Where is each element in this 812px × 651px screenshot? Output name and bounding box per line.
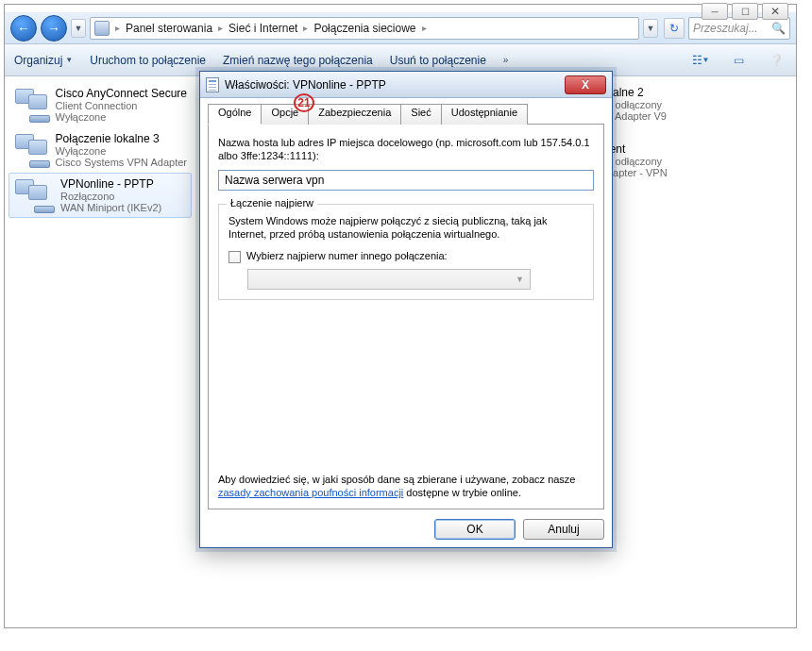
start-connection-button[interactable]: Uruchom to połączenie xyxy=(90,54,206,67)
chevron-right-icon: ▸ xyxy=(218,23,223,33)
connection-name: VPNonline - PPTP xyxy=(60,177,161,191)
tab-general[interactable]: Ogólne xyxy=(208,104,262,125)
tab-sharing[interactable]: Udostępnianie xyxy=(441,104,528,125)
privacy-link[interactable]: zasady zachowania poufności informacji xyxy=(218,487,403,498)
preview-pane-button[interactable]: ▭ xyxy=(728,50,749,71)
window-controls: ─ ☐ ✕ xyxy=(702,3,788,20)
ok-button[interactable]: OK xyxy=(434,519,516,540)
address-bar[interactable]: ▸ Panel sterowania ▸ Sieć i Internet ▸ P… xyxy=(90,17,639,40)
properties-dialog: Właściwości: VPNonline - PPTP X Ogólne O… xyxy=(199,71,613,548)
navigation-bar: ← → ▼ ▸ Panel sterowania ▸ Sieć i Intern… xyxy=(5,12,796,44)
forward-button[interactable]: → xyxy=(41,15,67,42)
address-dropdown-button[interactable]: ▼ xyxy=(643,19,658,38)
breadcrumb-item[interactable]: Połączenia sieciowe xyxy=(313,22,415,35)
dialog-buttons: OK Anuluj xyxy=(208,519,604,540)
host-label: Nazwa hosta lub adres IP miejsca docelow… xyxy=(218,136,594,162)
dialog-titlebar: Właściwości: VPNonline - PPTP X xyxy=(200,72,612,98)
recent-locations-button[interactable]: ▼ xyxy=(71,19,86,38)
minimize-button[interactable]: ─ xyxy=(702,3,728,20)
refresh-button[interactable]: ↻ xyxy=(664,18,685,39)
connection-status: Rozłączono xyxy=(60,191,161,202)
tab-security[interactable]: Zabezpieczenia xyxy=(308,104,401,125)
organize-menu[interactable]: Organizuj▼ xyxy=(14,54,73,67)
search-placeholder: Przeszukaj... xyxy=(693,22,758,35)
search-input[interactable]: Przeszukaj... 🔍 xyxy=(688,17,790,40)
close-button[interactable]: ✕ xyxy=(762,3,788,20)
change-view-button[interactable]: ☷ ▼ xyxy=(690,50,711,71)
connection-name: Cisco AnyConnect Secure xyxy=(56,87,187,100)
connection-device: dapter - VPN xyxy=(607,167,796,178)
back-button[interactable]: ← xyxy=(10,15,37,42)
dial-first-checkbox-label: Wybierz najpierw numer innego połączenia… xyxy=(246,250,448,261)
dialog-icon xyxy=(206,77,219,92)
connection-item[interactable]: kalne 2 y odłączony s Adapter V9 xyxy=(607,86,796,122)
step-marker: 21 xyxy=(294,93,314,112)
connection-name: Połączenie lokalne 3 xyxy=(56,132,187,145)
connection-item[interactable]: Połączenie lokalne 3 Wyłączone Cisco Sys… xyxy=(8,127,192,173)
connections-right-column: kalne 2 y odłączony s Adapter V9 ient y … xyxy=(607,76,796,627)
group-description: System Windows może najpierw połączyć z … xyxy=(228,214,584,241)
dial-first-group: Łączenie najpierw System Windows może na… xyxy=(218,204,594,300)
maximize-button[interactable]: ☐ xyxy=(732,3,758,20)
connection-status: Client Connection xyxy=(56,100,187,111)
connection-icon xyxy=(13,87,50,123)
host-input[interactable] xyxy=(218,170,594,191)
cancel-button[interactable]: Anuluj xyxy=(523,519,604,540)
connection-item[interactable]: VPNonline - PPTP Rozłączono WAN Miniport… xyxy=(8,173,192,218)
connection-status: Wyłączone xyxy=(56,145,187,157)
connection-icon xyxy=(13,177,55,213)
chevron-right-icon: ▸ xyxy=(303,23,308,33)
search-icon: 🔍 xyxy=(771,22,786,35)
connection-icon xyxy=(13,132,50,168)
explorer-window: ─ ☐ ✕ ← → ▼ ▸ Panel sterowania ▸ Sieć i … xyxy=(4,4,797,628)
connection-status: y odłączony xyxy=(607,99,796,110)
dialog-title: Właściwości: VPNonline - PPTP xyxy=(225,78,386,92)
dial-first-checkbox[interactable] xyxy=(228,251,241,263)
connection-device: WAN Miniport (IKEv2) xyxy=(60,202,161,213)
connection-device: Cisco Systems VPN Adapter xyxy=(56,157,187,168)
dial-first-select[interactable]: ▼ xyxy=(247,269,531,290)
connection-status: y odłączony xyxy=(607,156,796,167)
dialog-tabs: Ogólne Opcje Zabezpieczenia Sieć Udostęp… xyxy=(208,104,604,125)
more-commands-chevron[interactable]: » xyxy=(503,55,509,65)
rename-connection-button[interactable]: Zmień nazwę tego połączenia xyxy=(223,54,373,67)
group-title: Łączenie najpierw xyxy=(227,197,317,209)
connection-device: Wyłączone xyxy=(56,111,187,123)
location-icon xyxy=(94,21,110,36)
connection-name: ient xyxy=(607,142,796,156)
breadcrumb-item[interactable]: Panel sterowania xyxy=(126,22,212,35)
breadcrumb-item[interactable]: Sieć i Internet xyxy=(228,22,297,35)
help-button[interactable]: ❔ xyxy=(766,50,787,71)
connections-list: Cisco AnyConnect Secure Client Connectio… xyxy=(5,76,192,627)
connection-name: kalne 2 xyxy=(607,86,796,99)
chevron-right-icon: ▸ xyxy=(115,23,120,33)
dialog-close-button[interactable]: X xyxy=(565,75,606,94)
tab-network[interactable]: Sieć xyxy=(400,104,441,125)
connection-item[interactable]: Cisco AnyConnect Secure Client Connectio… xyxy=(8,82,192,127)
chevron-right-icon: ▸ xyxy=(422,23,427,33)
privacy-note: Aby dowiedzieć się, w jaki sposób dane s… xyxy=(218,473,594,499)
tab-panel-general: Nazwa hosta lub adres IP miejsca docelow… xyxy=(208,124,604,509)
connection-device: s Adapter V9 xyxy=(607,110,796,122)
connection-item[interactable]: ient y odłączony dapter - VPN xyxy=(607,142,796,178)
delete-connection-button[interactable]: Usuń to połączenie xyxy=(390,54,486,67)
